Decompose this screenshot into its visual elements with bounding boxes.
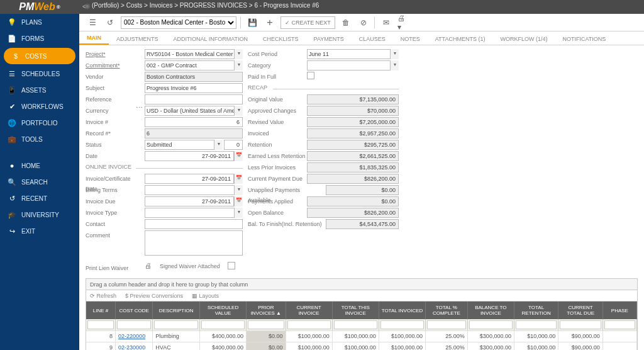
dropdown-icon[interactable]: ▾ (214, 140, 223, 150)
tab-attachments-[interactable]: ATTACHMENTS (1) (428, 36, 493, 45)
billing-terms-field[interactable] (145, 185, 243, 195)
col-header[interactable]: TOTAL INVOICED (379, 302, 425, 319)
col-header[interactable]: TOTAL % COMPLETE (426, 302, 468, 319)
col-header[interactable]: CURRENT INVOICE (286, 302, 332, 319)
filter-input[interactable] (516, 320, 557, 329)
tab-payments[interactable]: PAYMENTS (306, 36, 352, 45)
print-icon[interactable]: 🖨 ▾ (397, 16, 411, 29)
invoice-due-field[interactable] (145, 196, 234, 206)
grid-group-hint[interactable]: Drag a column header and drop it here to… (86, 279, 637, 290)
signed-waiver-checkbox[interactable] (228, 262, 235, 269)
paid-full-checkbox[interactable] (307, 72, 314, 79)
inv-cert-date-field[interactable] (145, 174, 234, 184)
save-icon[interactable]: 💾 (245, 16, 259, 29)
calendar-icon[interactable]: 📅 (234, 196, 243, 206)
tab-main[interactable]: MAIN (79, 35, 109, 45)
category-field[interactable] (307, 60, 399, 71)
contact-field[interactable] (145, 219, 243, 229)
date-field[interactable] (145, 151, 234, 161)
cancel-icon[interactable]: ⊘ (357, 16, 370, 29)
filter-input[interactable] (248, 320, 284, 329)
invoice-type-field[interactable] (145, 208, 243, 218)
filter-input[interactable] (154, 320, 198, 329)
calendar-icon[interactable]: 📅 (234, 174, 243, 184)
grid-layouts[interactable]: ▦ Layouts (192, 290, 219, 301)
nav-forms[interactable]: 📄FORMS (0, 30, 79, 47)
filter-input[interactable] (469, 320, 513, 329)
col-header[interactable]: PHASE (602, 302, 636, 319)
calendar-icon[interactable]: 📅 (234, 151, 243, 161)
nav-university[interactable]: 🎓UNIVERSITY (0, 206, 79, 223)
tab-notifications[interactable]: NOTIFICATIONS (555, 36, 613, 45)
nav-costs[interactable]: $COSTS (4, 48, 75, 64)
nav-schedules[interactable]: ☰SCHEDULES (0, 65, 79, 82)
project-field[interactable] (145, 49, 243, 59)
tab-additional-information[interactable]: ADDITIONAL INFORMATION (166, 36, 256, 45)
col-header[interactable]: BALANCE TO INVOICE (467, 302, 514, 319)
currency-field[interactable] (145, 106, 243, 116)
nav-plans[interactable]: 💡PLANS (0, 14, 79, 30)
create-next-button[interactable]: ✓ CREATE NEXT (280, 16, 335, 29)
filter-input[interactable] (560, 320, 601, 329)
comment-field[interactable] (145, 230, 243, 256)
col-header[interactable]: DESCRIPTION (153, 302, 200, 319)
grid-preview-conversions[interactable]: $ Preview Conversions (125, 290, 183, 301)
col-header[interactable]: COST CODE (116, 302, 153, 319)
col-header[interactable]: TOTAL RETENTION (514, 302, 558, 319)
nav-home[interactable]: ●HOME (0, 157, 79, 174)
grid-refresh[interactable]: ⟳ Refresh (90, 290, 116, 301)
list-icon[interactable]: ☰ (86, 16, 99, 29)
nav-portfolio[interactable]: 🌐PORTFOLIO (0, 115, 79, 131)
filter-input[interactable] (380, 320, 424, 329)
filter-input[interactable] (427, 320, 466, 329)
nav-search[interactable]: 🔍SEARCH (0, 174, 79, 190)
nav-assets[interactable]: 📱ASSETS (0, 82, 79, 98)
dropdown-icon[interactable]: ▾ (234, 49, 243, 59)
nav-recent[interactable]: ↺RECENT (0, 190, 79, 206)
nav-exit[interactable]: ↪EXIT (0, 223, 79, 239)
col-header[interactable]: PRIOR INVOICES ▲ (247, 302, 286, 319)
nav-tools[interactable]: 💼TOOLS (0, 131, 79, 147)
filter-input[interactable] (201, 320, 245, 329)
status-field[interactable] (145, 140, 223, 150)
cost-code-link[interactable]: 02-220000 (118, 333, 145, 339)
col-header[interactable]: TOTAL THIS INVOICE (332, 302, 379, 319)
filter-input[interactable] (117, 320, 151, 329)
filter-input[interactable] (604, 320, 635, 329)
filter-input[interactable] (87, 320, 114, 329)
nav-workflows[interactable]: ✔WORKFLOWS (0, 98, 79, 115)
dropdown-icon[interactable]: ▾ (234, 106, 243, 116)
delete-icon[interactable]: 🗑 (339, 16, 353, 29)
email-icon[interactable]: ✉ (379, 16, 393, 29)
table-row[interactable]: 802-220000Plumbing$400,000.00$0.00$100,0… (86, 330, 637, 342)
print-icon[interactable]: 🖨 (145, 262, 152, 269)
project-selector[interactable]: 002 - Boston Medical Center - Bosto (121, 16, 236, 29)
col-header[interactable]: CURRENT TOTAL DUE (558, 302, 602, 319)
breadcrumb[interactable]: (Portfolio) > Costs > Invoices > PROGRES… (92, 2, 319, 9)
invoice-no-field[interactable] (145, 117, 243, 127)
cost-period-field[interactable] (307, 49, 399, 59)
dropdown-icon[interactable]: ▾ (234, 60, 243, 71)
subject-field[interactable] (145, 83, 243, 93)
filter-input[interactable] (334, 320, 377, 329)
add-icon[interactable]: + (263, 16, 277, 29)
tab-checklists[interactable]: CHECKLISTS (255, 36, 306, 45)
dropdown-icon[interactable]: ▾ (234, 185, 243, 195)
tab-adjustments[interactable]: ADJUSTMENTS (109, 36, 166, 45)
dropdown-icon[interactable]: ▾ (390, 49, 399, 59)
tab-clauses[interactable]: CLAUSES (352, 36, 393, 45)
tab-notes[interactable]: NOTES (393, 36, 428, 45)
table-row[interactable]: 902-230000HVAC$400,000.00$0.00$100,000.0… (86, 342, 637, 350)
dropdown-icon[interactable]: ▾ (234, 208, 243, 218)
reference-field[interactable] (145, 94, 243, 104)
history-icon[interactable]: ↺ (103, 16, 117, 29)
col-header[interactable]: SCHEDULED VALUE (199, 302, 246, 319)
status-rev-field[interactable] (224, 140, 243, 150)
tab-workflow-[interactable]: WORKFLOW (1/4) (492, 36, 555, 45)
filter-input[interactable] (287, 320, 331, 329)
portfolio-icon[interactable]: ◉ (84, 2, 91, 10)
dropdown-icon[interactable]: ▾ (390, 60, 399, 71)
col-header[interactable]: LINE # (86, 302, 116, 319)
commitment-field[interactable] (145, 60, 243, 71)
cost-code-link[interactable]: 02-230000 (118, 344, 145, 350)
